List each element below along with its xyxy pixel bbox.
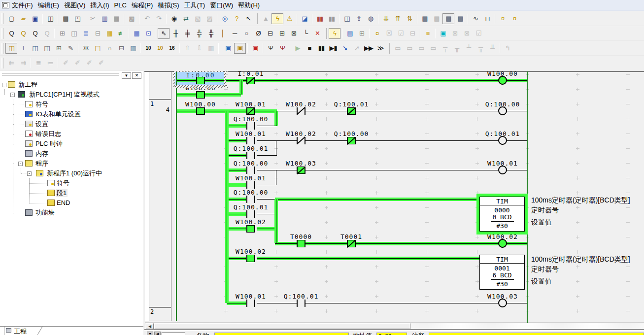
replace-button[interactable]: ▨ [203, 13, 215, 24]
line-corner-button[interactable]: └ [300, 28, 311, 39]
contact-no[interactable] [246, 196, 255, 203]
paste-attributes-button[interactable]: ▩ [126, 13, 137, 24]
contact-nc[interactable] [347, 107, 356, 115]
protect-write-button[interactable]: ¤ [371, 28, 383, 39]
tree-item-IO表和单元设置[interactable]: IO表和单元设置 [34, 110, 82, 118]
debug-play-button[interactable]: ▶ [292, 43, 304, 54]
simulator-online-button[interactable]: ϟ [329, 28, 340, 39]
contact-nc[interactable] [297, 137, 305, 144]
cut-button[interactable]: ✂ [87, 13, 99, 24]
draw-pen-1-button[interactable]: ✐ [60, 58, 71, 68]
new-contact-button[interactable]: ╫ [169, 28, 181, 39]
new-window-button[interactable]: ⊞ [53, 43, 65, 54]
program-find-report-button[interactable]: ◍ [365, 13, 376, 24]
save-file-button[interactable]: ▣ [29, 13, 41, 24]
project-tab-label[interactable]: 工程 [14, 327, 27, 335]
set-protection-button[interactable]: ¤ [497, 13, 508, 24]
scan-to-end-button[interactable]: ≫ [374, 43, 386, 54]
hc-counter-monitor-button[interactable]: ▣ [437, 28, 449, 39]
contact-no[interactable] [246, 122, 255, 130]
indent-right-button[interactable]: ⇉ [17, 58, 29, 68]
debug-opt-5-button[interactable]: ╤ [439, 43, 451, 54]
tree-item-新程序1 (00)运行中[interactable]: 新程序1 (00)运行中 [46, 169, 103, 177]
new-coil-button[interactable]: ○ [240, 28, 252, 39]
find-replace-button[interactable]: ⇄ [180, 13, 192, 24]
watch-disabled-1-button[interactable]: ⊠ [449, 28, 461, 39]
toolbar-grip[interactable] [1, 43, 3, 54]
new-instruction-button[interactable]: ⊟ [264, 28, 276, 39]
contact-no[interactable] [246, 152, 255, 159]
contact-no[interactable] [246, 167, 255, 174]
online-edit-ok-button[interactable]: ☑ [395, 28, 407, 39]
address-reference-tool-button[interactable]: ⌂ [103, 43, 115, 54]
contact-nc[interactable] [297, 107, 305, 115]
workspace-toggle-button[interactable]: ◫ [5, 43, 17, 54]
force-on-button[interactable]: ⇧ [181, 43, 193, 54]
new-instruction-3-button[interactable]: ⊠ [288, 28, 300, 39]
watch-input[interactable] [162, 332, 185, 335]
local-symbols-button[interactable]: ▤ [92, 43, 103, 54]
tree-item-新PLC1[CP1H] 监视模式[interactable]: 新PLC1[CP1H] 监视模式 [28, 91, 101, 99]
align-top-button[interactable]: ≣ [33, 58, 44, 68]
watch-down-button[interactable]: ▼ [147, 332, 153, 335]
tree-expand-toggle[interactable]: - [10, 93, 15, 97]
debug-opt-3-button[interactable]: ▭ [415, 43, 427, 54]
contact-no[interactable] [297, 240, 305, 247]
draw-pen-4-button[interactable]: ✐ [95, 58, 107, 68]
toolbar-grip[interactable] [1, 28, 3, 39]
pause-with-alert-button[interactable]: ◪ [299, 13, 310, 24]
workspace-grip2[interactable] [2, 75, 119, 76]
new-contact-nc-button[interactable]: ╪ [181, 28, 193, 39]
timer-block[interactable]: TIM00000 BCD#30 [479, 197, 525, 232]
menu-item-1[interactable]: 文件(F) [9, 0, 35, 10]
force-off-button[interactable]: ⇩ [193, 43, 205, 54]
contact-no[interactable] [246, 255, 255, 262]
watch-binary-button[interactable]: ▦ [127, 43, 139, 54]
workspace-grip[interactable] [2, 73, 119, 74]
info-button[interactable]: ◎ [219, 13, 231, 24]
pause-button[interactable]: ▮▮ [326, 13, 338, 24]
compare-with-plc-button[interactable]: ⇅ [404, 13, 415, 24]
close-all-monitor-button[interactable]: ▣ [249, 43, 261, 54]
data-trace-button[interactable]: ⊓ [481, 13, 493, 24]
vertical-line-button[interactable]: │ [217, 28, 229, 39]
copy-button[interactable]: ▥ [99, 13, 110, 24]
help-button[interactable]: ? [231, 13, 242, 24]
contact-no[interactable] [196, 107, 205, 115]
tree-expand-toggle[interactable]: - [27, 171, 32, 176]
compile-button[interactable]: ⊥ [17, 43, 29, 54]
menu-item-6[interactable]: 编程(P) [129, 0, 155, 10]
symbol-view-button[interactable]: ⊡ [142, 28, 154, 39]
properties-button[interactable]: ✎ [65, 43, 76, 54]
menu-item-4[interactable]: 插入(I) [88, 0, 111, 10]
menu-item-10[interactable]: 帮助(H) [236, 0, 262, 10]
tile-windows-button[interactable]: ◫ [41, 43, 53, 54]
io-settings-button[interactable]: ⊟ [92, 28, 103, 39]
step-out-button[interactable]: ➚ [351, 43, 363, 54]
online-edit-cancel-button[interactable]: ☒ [383, 28, 395, 39]
debug-opt-4-button[interactable]: ▭ [427, 43, 439, 54]
print-button[interactable]: ▤ [60, 13, 71, 24]
find-in-project-button[interactable]: ◫ [44, 13, 56, 24]
zoom-fit-button[interactable]: Q [5, 28, 17, 39]
select-mode-button[interactable]: ⇖ [158, 28, 169, 39]
step-return-button[interactable]: ↰ [502, 43, 513, 54]
tree-item-符号[interactable]: 符号 [34, 100, 49, 108]
scrollbar-left-arrow[interactable]: ◀ [146, 323, 154, 329]
paste-button[interactable]: ▦ [110, 13, 122, 24]
tree-item-功能块[interactable]: 功能块 [34, 209, 56, 217]
workspace-close-button[interactable]: ✕ [132, 72, 141, 79]
mnemonic-view-button[interactable]: ▦ [131, 28, 142, 39]
tree-item-符号[interactable]: 符号 [56, 179, 70, 187]
contact-no[interactable] [246, 210, 255, 218]
release-protection-button[interactable]: ¤ [508, 13, 520, 24]
redo-button[interactable]: ↷ [153, 13, 165, 24]
menu-item-9[interactable]: 窗口(W) [207, 0, 236, 10]
watch-name-field[interactable] [214, 333, 349, 335]
contact-nc[interactable] [246, 107, 255, 115]
zoom-custom-button[interactable]: Q [17, 28, 29, 39]
tree-expand-toggle[interactable]: - [2, 83, 6, 87]
draw-pen-3-button[interactable]: ✐ [83, 58, 95, 68]
menu-item-2[interactable]: 编辑(E) [35, 0, 62, 10]
program-check-button[interactable]: ◫ [341, 13, 353, 24]
